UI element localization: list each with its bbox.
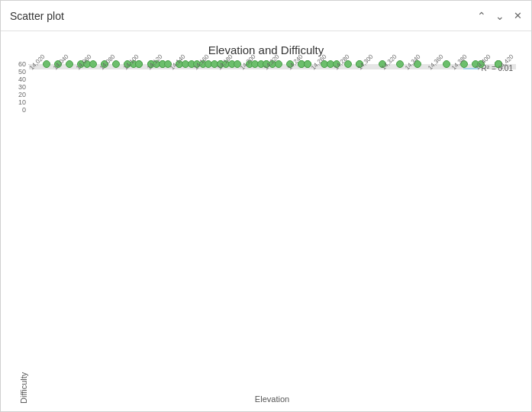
x-axis-label: Elevation [28, 394, 516, 404]
chart-title: Elevation and Difficulty [208, 43, 324, 56]
collapse-down-button[interactable]: ⌄ [495, 11, 505, 21]
y-tick: 10 [3, 98, 26, 106]
data-point [112, 60, 120, 68]
y-tick: 60 [3, 60, 26, 68]
window-title: Scatter plot [10, 10, 64, 22]
close-button[interactable]: ✕ [514, 11, 522, 21]
collapse-up-button[interactable]: ⌃ [477, 11, 486, 21]
chart-container: Difficulty [16, 64, 516, 404]
chart-area: Elevation and Difficulty Difficulty [1, 31, 531, 411]
data-point [66, 60, 73, 68]
y-axis-label: Difficulty [16, 64, 28, 404]
scatter-plot-window: Scatter plot ⌃ ⌄ ✕ Elevation and Difficu… [0, 0, 532, 412]
data-point [89, 60, 97, 68]
y-tick: 50 [3, 68, 26, 76]
data-point [443, 60, 450, 68]
y-tick: 40 [3, 76, 26, 83]
window-controls: ⌃ ⌄ ✕ [477, 11, 522, 21]
y-tick: 30 [3, 83, 26, 91]
title-bar: Scatter plot ⌃ ⌄ ✕ [1, 1, 531, 31]
data-point [43, 60, 50, 68]
y-tick: 20 [3, 91, 26, 98]
data-point [396, 60, 404, 68]
chart-inner: R² = 0.01 60 50 40 30 20 10 0 [28, 64, 516, 404]
y-tick: 0 [3, 106, 26, 114]
